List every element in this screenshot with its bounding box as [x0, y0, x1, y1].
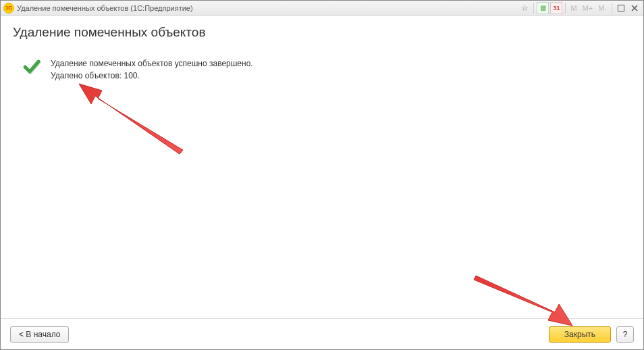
- titlebar-right: ☆ ▦ 31 M M+ M-: [518, 2, 641, 14]
- calendar-icon[interactable]: 31: [550, 2, 562, 14]
- result-line-1: Удаление помеченных объектов успешно зав…: [51, 57, 253, 70]
- app-icon: 1C: [3, 3, 14, 14]
- titlebar: 1C Удаление помеченных объектов (1С:Пред…: [1, 1, 643, 16]
- result-text: Удаление помеченных объектов успешно зав…: [51, 57, 253, 82]
- close-icon[interactable]: [628, 3, 641, 14]
- window-title: Удаление помеченных объектов (1С:Предпри…: [17, 4, 193, 12]
- result-row: Удаление помеченных объектов успешно зав…: [22, 57, 631, 82]
- maximize-icon[interactable]: [615, 3, 627, 14]
- separator: [533, 3, 534, 14]
- memory-mplus-button[interactable]: M+: [581, 4, 595, 12]
- memory-m-button[interactable]: M: [568, 4, 579, 12]
- separator: [565, 3, 566, 14]
- memory-mminus-button[interactable]: M-: [596, 4, 609, 12]
- result-line-2: Удалено объектов: 100.: [51, 70, 253, 82]
- help-button[interactable]: ?: [616, 326, 634, 343]
- footer-bar: < В начало Закрыть ?: [1, 318, 643, 349]
- page-title: Удаление помеченных объектов: [13, 25, 631, 40]
- annotation-arrow-icon: [75, 80, 190, 161]
- calculator-icon[interactable]: ▦: [537, 2, 549, 14]
- close-button[interactable]: Закрыть: [549, 326, 611, 343]
- content-area: Удаление помеченных объектов Удаление по…: [1, 16, 643, 318]
- back-button[interactable]: < В начало: [10, 326, 69, 343]
- separator: [612, 3, 612, 14]
- success-check-icon: [22, 57, 41, 78]
- favorite-icon[interactable]: ☆: [518, 2, 531, 14]
- svg-rect-0: [618, 5, 624, 11]
- titlebar-left: 1C Удаление помеченных объектов (1С:Пред…: [3, 3, 193, 14]
